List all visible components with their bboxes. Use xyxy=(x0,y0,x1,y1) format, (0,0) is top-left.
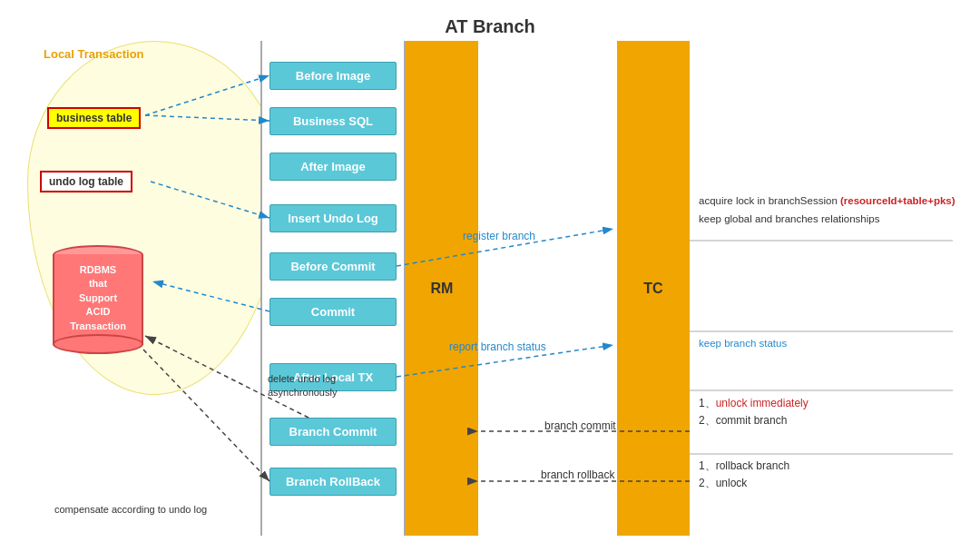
keep-branch-status-annotation: keep branch status xyxy=(699,338,787,349)
diagram-title: AT Branch xyxy=(0,16,980,37)
unlock-final-annotation: 2、unlock xyxy=(699,476,747,491)
undo-log-box: undo log table xyxy=(40,171,132,192)
local-tx-label: Local Transaction xyxy=(44,47,144,61)
acquire-lock-resource: (resourceId+table+pks) xyxy=(840,195,956,206)
tc-label: TC xyxy=(643,281,662,297)
box-business-sql: Business SQL xyxy=(270,107,397,135)
box-before-commit: Before Commit xyxy=(270,252,397,281)
rm-column: RM xyxy=(406,41,478,536)
branch-commit-label: branch commit xyxy=(544,419,616,432)
box-before-image: Before Image xyxy=(270,62,397,90)
register-branch-label: register branch xyxy=(463,230,535,242)
box-after-image: After Image xyxy=(270,153,397,181)
box-commit: Commit xyxy=(270,298,397,326)
acquire-lock-annotation: acquire lock in branchSession (resourceI… xyxy=(699,195,956,206)
box-branch-commit: Branch Commit xyxy=(270,418,397,446)
cylinder-bottom xyxy=(53,334,143,354)
compensate-label: compensate according to undo log xyxy=(54,504,207,515)
branch-rollback-label: branch rollback xyxy=(541,468,614,481)
unlock-annotation: 1、unlock immediately xyxy=(699,396,808,411)
diagram-container: AT Branch Local Transaction business tab… xyxy=(0,0,980,552)
rollback-branch-annotation: 1、rollback branch xyxy=(699,458,789,474)
unlock-num: 1、 xyxy=(699,397,716,409)
cylinder-text: RDBMSthatSupportACIDTransaction xyxy=(53,263,143,333)
delete-undo-log-label: delete undo logasynchronously xyxy=(268,372,377,400)
unlock-text: unlock immediately xyxy=(716,397,808,409)
box-branch-rollback: Branch RollBack xyxy=(270,468,397,496)
report-branch-status-label: report branch status xyxy=(449,340,546,353)
acquire-lock-text1: acquire lock in branchSession xyxy=(699,195,840,206)
commit-branch-annotation: 2、commit branch xyxy=(699,413,787,429)
rdbms-cylinder: RDBMSthatSupportACIDTransaction xyxy=(53,236,143,354)
box-insert-undo: Insert Undo Log xyxy=(270,204,397,232)
business-table-box: business table xyxy=(47,107,141,129)
keep-relationships-annotation: keep global and branches relationships xyxy=(699,213,879,224)
rm-label: RM xyxy=(431,281,454,297)
tc-column: TC xyxy=(617,41,690,536)
